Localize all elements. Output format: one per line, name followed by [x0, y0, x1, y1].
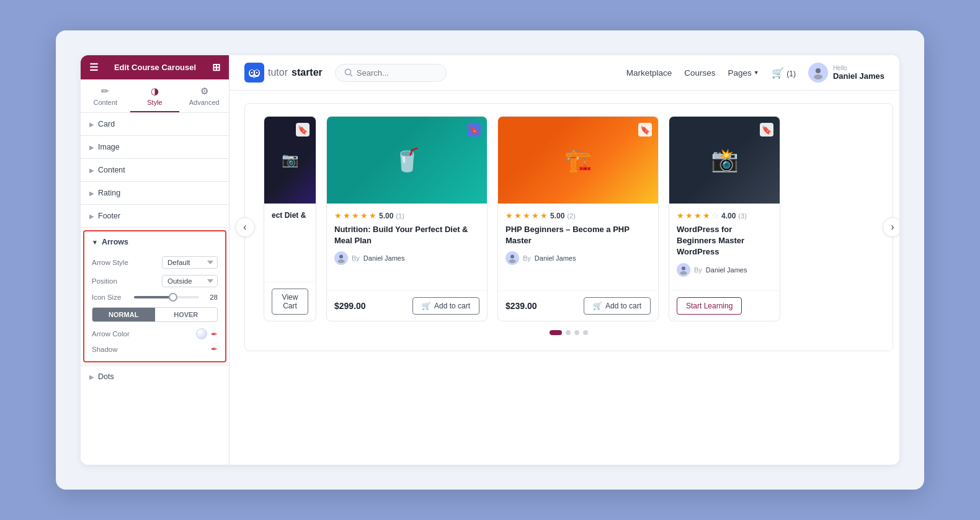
dot-2[interactable] [566, 330, 571, 335]
card3-bookmark[interactable]: 🔖 [638, 123, 652, 137]
logo-thin: tutor [268, 67, 288, 78]
card1-bookmark[interactable]: 🔖 [296, 123, 310, 137]
hamburger-icon[interactable]: ☰ [89, 61, 98, 73]
tab-style[interactable]: ◑ Style [130, 79, 180, 112]
arrow-color-row: Arrow Color ✒ [92, 328, 218, 339]
arrow-style-select[interactable]: Default Custom [162, 256, 218, 269]
cart-icon-3: 🛒 [593, 302, 602, 310]
svg-point-11 [338, 259, 345, 263]
dot-4[interactable] [583, 330, 588, 335]
arrows-section: ▼ Arrows Arrow Style Default Custom Posi… [83, 230, 226, 362]
icon-size-thumb[interactable] [169, 293, 177, 302]
star2: ★ [514, 211, 522, 220]
color-picker-icon[interactable]: ✒ [211, 329, 218, 339]
nav-pages[interactable]: Pages ▼ [728, 68, 759, 78]
card4-body: ★ ★ ★ ★ ☆ 4.00 (3) WordPress for Beginne… [669, 204, 780, 290]
card3-body: ★ ★ ★ ★ ★ 5.00 (2) PHP Beginners – Becom… [498, 204, 658, 290]
tab-content[interactable]: ✏ Content [81, 79, 130, 112]
grid-icon[interactable]: ⊞ [212, 61, 220, 73]
card1-body: ect Diet & [264, 204, 316, 282]
arrows-section-header[interactable]: ▼ Arrows [84, 231, 225, 253]
panel-header: ☰ Edit Course Carousel ⊞ [81, 55, 229, 79]
tab-content-label: Content [94, 99, 118, 106]
nav-marketplace[interactable]: Marketplace [626, 68, 672, 78]
card3-author-avatar [506, 251, 519, 265]
card4-reviews: (3) [738, 212, 746, 220]
shadow-edit-icon[interactable]: ✒ [211, 344, 218, 354]
dots-arrow: ▶ [89, 374, 94, 380]
cart-button[interactable]: 🛒 (1) [772, 67, 796, 79]
carousel-cards: 📷 🔖 ect Diet & View Cart [264, 116, 874, 321]
card2-author-avatar [334, 251, 348, 265]
toggle-hover[interactable]: HOVER [155, 308, 218, 321]
color-globe-icon[interactable] [196, 328, 207, 339]
add-to-cart-button-2[interactable]: 🛒 Add to cart [412, 297, 479, 315]
card4-bookmark[interactable]: 🔖 [760, 123, 773, 137]
logo[interactable]: tutorstarter [244, 63, 323, 83]
card4-rating: 4.00 [721, 212, 736, 220]
section-card-header[interactable]: ▶ Card [81, 113, 229, 135]
add-to-cart-button-3[interactable]: 🛒 Add to cart [584, 297, 651, 315]
carousel-prev-button[interactable]: ‹ [235, 217, 255, 237]
position-select[interactable]: Outside Inside [162, 275, 218, 287]
card3-rating: 5.00 [550, 212, 564, 220]
svg-point-13 [509, 259, 516, 263]
arrow-style-row: Arrow Style Default Custom [92, 256, 218, 269]
star4: ★ [360, 211, 368, 220]
carousel-next-button[interactable]: › [883, 217, 899, 237]
panel-tabs: ✏ Content ◑ Style ⚙ Advanced [81, 79, 229, 113]
section-content: ▶ Content [81, 159, 229, 182]
card4-image-wrap: 📸 🔖 [669, 117, 780, 204]
chevron-down-icon: ▼ [754, 69, 759, 76]
search-input[interactable] [357, 68, 431, 78]
dot-1[interactable] [550, 330, 562, 335]
logo-bold: starter [292, 67, 323, 78]
star4: ★ [703, 211, 710, 220]
nav-courses[interactable]: Courses [684, 68, 715, 78]
toggle-normal[interactable]: NORMAL [92, 308, 155, 321]
card2-bookmark[interactable]: 🔖 [467, 123, 481, 137]
card2-rating: 5.00 [379, 212, 393, 220]
svg-point-6 [256, 72, 258, 74]
content-tab-icon: ✏ [101, 86, 109, 97]
dot-3[interactable] [574, 330, 579, 335]
section-dots[interactable]: ▶ Dots [81, 365, 229, 388]
card-nutrition: 🥤 🔖 ★ ★ ★ ★ ★ [326, 116, 488, 321]
svg-point-7 [345, 69, 350, 75]
card2-title: Nutrition: Build Your Perfect Diet & Mea… [334, 224, 479, 246]
card4-author: By Daniel James [677, 263, 772, 277]
tab-advanced-label: Advanced [189, 99, 220, 106]
card3-price: $239.00 [506, 301, 537, 311]
card2-by: By [352, 254, 360, 262]
star5-empty: ☆ [711, 211, 719, 220]
cart-icon: 🛒 [772, 68, 784, 78]
svg-point-10 [339, 255, 343, 259]
logo-icon [244, 63, 264, 83]
card3-reviews: (2) [567, 212, 575, 220]
card4-footer: Start Learning [669, 290, 780, 321]
view-cart-button[interactable]: View Cart [272, 289, 308, 315]
search-bar[interactable] [335, 64, 447, 82]
left-arrow-icon: ‹ [243, 222, 246, 233]
start-learning-button[interactable]: Start Learning [677, 297, 742, 315]
dots-label: Dots [98, 372, 114, 381]
card1-partial-title: ect Diet & [272, 211, 308, 220]
inner-container: ☰ Edit Course Carousel ⊞ ✏ Content ◑ Sty… [81, 55, 899, 465]
section-content-header[interactable]: ▶ Content [81, 159, 229, 181]
section-card: ▶ Card [81, 113, 229, 136]
section-footer-header[interactable]: ▶ Footer [81, 205, 229, 227]
section-rating-header[interactable]: ▶ Rating [81, 182, 229, 204]
star2: ★ [343, 211, 350, 220]
arrows-body: Arrow Style Default Custom Position Outs… [84, 253, 225, 361]
section-image-header[interactable]: ▶ Image [81, 136, 229, 158]
user-info[interactable]: Hello Daniel James [808, 63, 884, 83]
icon-size-track [134, 296, 199, 298]
svg-point-8 [816, 68, 821, 73]
section-image-arrow: ▶ [89, 144, 94, 151]
section-rating-arrow: ▶ [89, 190, 94, 197]
section-image: ▶ Image [81, 136, 229, 159]
nav-links: Marketplace Courses Pages ▼ 🛒 (1) [626, 63, 884, 83]
tab-advanced[interactable]: ⚙ Advanced [179, 79, 229, 112]
card4-by: By [694, 266, 702, 274]
section-content-arrow: ▶ [89, 167, 94, 174]
